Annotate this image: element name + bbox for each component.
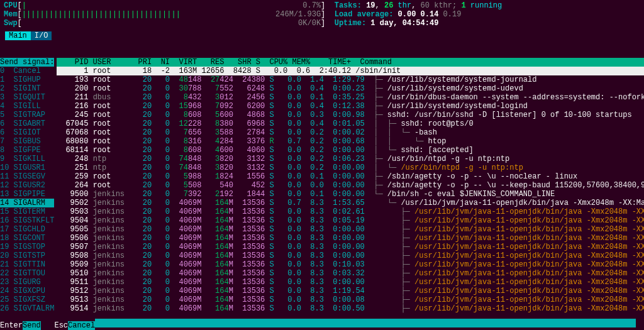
process-row[interactable]: 67045 root 20 0 12228 8380 6968 S 0.0 0.… (57, 119, 644, 128)
signal-item[interactable]: 23 SIGURG (0, 278, 54, 287)
tab-bar: MainI/O (0, 31, 644, 40)
process-row[interactable]: 9510 jenkins 20 0 4069M 164M 13536 S 0.0… (57, 269, 644, 278)
signal-item[interactable]: 6 SIGABRT (0, 119, 54, 128)
process-table: PID USER PRI NI VIRT RES SHR S CPU% MEM%… (57, 58, 644, 313)
process-row[interactable]: 9502 jenkins 20 0 4069M 164M 13536 S 0.7… (57, 199, 644, 207)
cpu-meter: CPU[| 0.7%] Tasks: 19, 26 thr, 60 kthr; … (4, 1, 640, 10)
process-row[interactable]: 264 root 20 0 5508 540 452 S 0.0 0.0 0:0… (57, 181, 644, 190)
process-row[interactable]: 9500 jenkins 20 0 7392 2192 1844 S 0.0 0… (57, 190, 644, 199)
action-cancel[interactable]: Cancel (68, 321, 95, 330)
signal-item[interactable]: 10 SIGUSR1 (0, 163, 54, 172)
signal-item[interactable]: 24 SIGXCPU (0, 287, 54, 295)
signal-item[interactable]: 15 SIGTERM (0, 207, 54, 216)
key-esc[interactable]: Esc (54, 321, 68, 330)
signal-item[interactable]: 9 SIGKILL (0, 155, 54, 163)
signal-item[interactable]: 17 SIGCHLD (0, 225, 54, 234)
process-row[interactable]: 9503 jenkins 20 0 4069M 164M 13536 S 0.0… (57, 207, 644, 216)
signal-item[interactable]: 1 SIGHUP (0, 75, 54, 84)
signal-item[interactable]: 14 SIGALRM (0, 199, 54, 207)
tab-main[interactable]: Main (5, 31, 31, 40)
signal-item[interactable]: 3 SIGQUIT (0, 93, 54, 102)
system-meters: CPU[| 0.7%] Tasks: 19, 26 thr, 60 kthr; … (0, 0, 644, 30)
process-row[interactable]: 9507 jenkins 20 0 4069M 164M 13536 S 0.0… (57, 243, 644, 251)
signal-item[interactable]: 16 SIGSTKFLT (0, 216, 54, 225)
process-row[interactable]: 193 root 20 0 48148 27424 24380 S 0.0 1.… (57, 75, 644, 84)
process-row[interactable]: 211 dbus 20 0 8432 3012 2456 S 0.0 0.1 0… (57, 93, 644, 102)
mem-meter: Mem[||||||||||||||||||||||||||||||||||| … (4, 10, 640, 19)
process-row[interactable]: 67068 root 20 0 7656 3588 2784 S 0.0 0.2… (57, 128, 644, 137)
bottom-bar: EnterSend EscCancel (0, 319, 644, 330)
process-row[interactable]: 259 root 20 0 5988 1824 1556 S 0.0 0.1 0… (57, 172, 644, 181)
process-row[interactable]: 9511 jenkins 20 0 4069M 164M 13536 S 0.0… (57, 278, 644, 287)
signal-item[interactable]: 25 SIGXFSZ (0, 295, 54, 304)
tab-io[interactable]: I/O (31, 31, 52, 40)
process-row[interactable]: 251 ntp 20 0 74848 3820 3132 S 0.0 0.2 0… (57, 163, 644, 172)
signal-item[interactable]: 19 SIGSTOP (0, 243, 54, 251)
process-row[interactable]: 200 root 20 0 30788 7552 6248 S 0.0 0.4 … (57, 84, 644, 93)
process-row[interactable]: 9505 jenkins 20 0 4069M 164M 13536 S 0.0… (57, 225, 644, 234)
signal-item[interactable]: 4 SIGILL (0, 102, 54, 111)
process-row[interactable]: 9504 jenkins 20 0 4069M 164M 13536 S 0.0… (57, 216, 644, 225)
process-row[interactable]: 9509 jenkins 20 0 4069M 164M 13536 S 0.0… (57, 260, 644, 269)
process-row[interactable]: 9506 jenkins 20 0 4069M 164M 13536 S 0.0… (57, 234, 644, 243)
swp-meter: Swp[ 0K/0K] Uptime: 1 day, 04:54:49 (4, 19, 640, 28)
signal-panel-title: Send signal: (0, 58, 54, 67)
process-row[interactable]: 68080 root 20 0 8316 4284 3376 R 0.7 0.2… (57, 137, 644, 146)
signal-item[interactable]: 2 SIGINT (0, 84, 54, 93)
key-enter[interactable]: Enter (0, 321, 23, 330)
process-row[interactable]: 248 ntp 20 0 74848 3820 3132 S 0.0 0.2 0… (57, 155, 644, 163)
signal-item[interactable]: 12 SIGUSR2 (0, 181, 54, 190)
signal-item[interactable]: 21 SIGTTIN (0, 260, 54, 269)
signal-item[interactable]: 0 Cancel (0, 67, 54, 75)
signal-item[interactable]: 5 SIGTRAP (0, 111, 54, 119)
process-row[interactable]: 9512 jenkins 20 0 4069M 164M 13536 S 0.0… (57, 287, 644, 295)
signal-item[interactable]: 8 SIGFPE (0, 146, 54, 155)
process-row[interactable]: 216 root 20 0 15968 7092 6200 S 0.0 0.4 … (57, 102, 644, 111)
signal-item[interactable]: 7 SIGBUS (0, 137, 54, 146)
signal-item[interactable]: 13 SIGPIPE (0, 190, 54, 199)
process-row[interactable]: 9513 jenkins 20 0 4069M 164M 13536 S 0.0… (57, 295, 644, 304)
signal-item[interactable]: 26 SIGVTALRM (0, 304, 54, 313)
column-headers[interactable]: PID USER PRI NI VIRT RES SHR S CPU% MEM%… (57, 58, 644, 67)
process-row[interactable]: 9514 jenkins 20 0 4069M 164M 13536 S 0.0… (57, 304, 644, 313)
signal-panel: Send signal: 0 Cancel 1 SIGHUP 2 SIGINT … (0, 58, 54, 313)
process-row[interactable]: 68114 root 20 0 8608 4600 4060 S 0.0 0.2… (57, 146, 644, 155)
action-send[interactable]: Send (23, 321, 41, 330)
signal-item[interactable]: 20 SIGTSTP (0, 251, 54, 260)
process-row[interactable]: 9508 jenkins 20 0 4069M 164M 13536 S 0.0… (57, 251, 644, 260)
process-row[interactable]: 1 root 18 -2 163M 12656 8428 S 0.0 0.6 2… (57, 67, 644, 75)
signal-item[interactable]: 22 SIGTTOU (0, 269, 54, 278)
signal-item[interactable]: 11 SIGSEGV (0, 172, 54, 181)
process-row[interactable]: 245 root 20 0 8608 5600 4868 S 0.0 0.3 0… (57, 111, 644, 119)
signal-item[interactable]: 18 SIGCONT (0, 234, 54, 243)
signal-item[interactable]: 6 SIGIOT (0, 128, 54, 137)
